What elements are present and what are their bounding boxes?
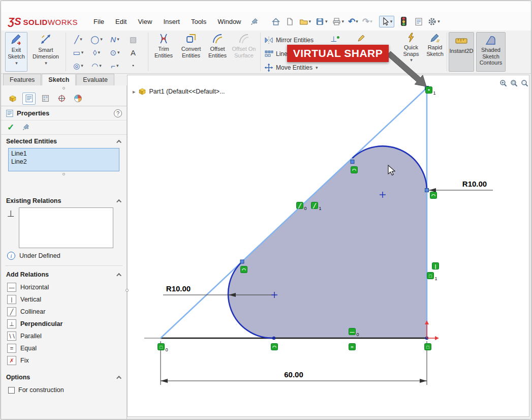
perimeter-circle-tool[interactable]: ⊙▾: [106, 46, 124, 59]
display-delete-relations-icon[interactable]: ⊥: [330, 35, 339, 44]
panel-splitter-handle[interactable]: [126, 289, 129, 292]
shaded-sketch-contours-button[interactable]: Shaded Sketch Contours: [476, 32, 506, 72]
move-entities-caret[interactable]: ▾: [316, 65, 318, 70]
menu-view[interactable]: View: [133, 16, 157, 27]
rapid-sketch-button[interactable]: Rapid Sketch: [424, 32, 446, 57]
relation-icon-vertical-relation[interactable]: |: [432, 263, 439, 269]
open-document-icon[interactable]: ▾: [297, 16, 313, 27]
tab-evaluate[interactable]: Evaluate: [76, 74, 114, 85]
offset-entities-button[interactable]: Offset Entities: [205, 33, 230, 58]
zoom-to-area-icon[interactable]: [510, 78, 518, 88]
exit-sketch-button[interactable]: Exit Sketch ▾: [5, 32, 27, 72]
smart-dimension-caret[interactable]: ▾: [45, 61, 47, 66]
list-item[interactable]: Line1: [11, 149, 116, 158]
undo-dropdown-caret[interactable]: ▾: [356, 19, 358, 24]
tab-features[interactable]: Features: [3, 74, 41, 85]
collapse-chevron-icon[interactable]: [116, 273, 121, 278]
gear-dropdown-caret[interactable]: ▾: [437, 19, 440, 24]
arc-tool[interactable]: ◠▾: [87, 59, 106, 72]
collapse-chevron-icon[interactable]: [116, 375, 121, 380]
add-relation-horizontal[interactable]: —Horizontal: [1, 281, 127, 293]
dimension-width[interactable]: 60.00: [161, 341, 427, 385]
convert-entities-button[interactable]: Convert Entities: [178, 33, 204, 58]
redo-icon[interactable]: ↷ ▾: [361, 16, 374, 27]
relation-icon-coincident-0[interactable]: □0: [158, 344, 168, 353]
quick-snaps-caret[interactable]: ▾: [410, 57, 413, 63]
ok-check-icon[interactable]: ✓: [7, 123, 14, 132]
list-item[interactable]: Line2: [11, 158, 116, 166]
menu-file[interactable]: File: [89, 16, 109, 27]
expand-arrow-icon[interactable]: ▸: [133, 88, 136, 95]
open-dropdown-caret[interactable]: ▾: [309, 19, 311, 24]
select-dropdown-caret[interactable]: ▾: [390, 19, 393, 24]
collapse-chevron-icon[interactable]: [116, 199, 121, 204]
save-dropdown-caret[interactable]: ▾: [325, 19, 328, 24]
relation-icon-coincident-corner[interactable]: □: [425, 344, 431, 350]
shaded-sketch-region[interactable]: [228, 146, 427, 338]
menu-window[interactable]: Window: [213, 16, 245, 27]
for-construction-checkbox[interactable]: [8, 387, 15, 394]
document-properties-icon[interactable]: [412, 16, 425, 27]
add-relation-parallel[interactable]: ∖∖Parallel: [1, 330, 127, 342]
mirror-entities-button[interactable]: Mirror Entities: [264, 35, 314, 46]
add-relation-perpendicular[interactable]: ⊥Perpendicular: [1, 318, 127, 330]
straight-slot-tool[interactable]: ◊▾: [87, 46, 106, 59]
move-entities-button[interactable]: Move Entities ▾: [264, 62, 318, 73]
panel-resize-handle[interactable]: [1, 85, 127, 91]
relation-icon-tangent-top[interactable]: ◠: [351, 167, 358, 173]
text-tool[interactable]: A: [124, 46, 142, 59]
trim-entities-button[interactable]: Trim Entities: [151, 33, 176, 58]
home-icon[interactable]: [269, 16, 283, 27]
slot-tool[interactable]: ◎▾: [69, 59, 87, 72]
save-icon[interactable]: ▾: [314, 16, 329, 27]
relation-icon-tangent-bottom[interactable]: ◠: [271, 344, 278, 350]
add-relation-equal[interactable]: =Equal: [1, 342, 127, 354]
add-relation-fix[interactable]: ✗Fix: [1, 354, 127, 367]
property-manager-tab-icon[interactable]: [22, 93, 36, 105]
selected-entities-list[interactable]: Line1 Line2: [8, 148, 119, 171]
print-icon[interactable]: ▾: [330, 16, 346, 27]
collapse-chevron-icon[interactable]: [116, 139, 121, 144]
menu-tools[interactable]: Tools: [186, 16, 211, 27]
graphics-viewport[interactable]: ▸ Part1 (Default<<Default>...: [127, 75, 529, 417]
menu-insert[interactable]: Insert: [159, 16, 184, 27]
zoom-in-icon[interactable]: [499, 78, 508, 88]
relation-icon-tangent-right[interactable]: ◠: [430, 192, 437, 199]
listbox-resize-handle[interactable]: [1, 171, 127, 177]
repair-sketch-icon[interactable]: [357, 34, 366, 45]
display-manager-tab-icon[interactable]: [71, 93, 84, 105]
relation-icon-coincident-1[interactable]: □1: [427, 273, 437, 282]
point-tool[interactable]: ▪: [124, 59, 142, 72]
traffic-light-icon[interactable]: [399, 16, 408, 27]
settings-gear-icon[interactable]: ▾: [426, 16, 442, 27]
instant2d-button[interactable]: Instant2D: [449, 32, 474, 72]
add-relation-vertical[interactable]: |Vertical: [1, 293, 127, 306]
undo-icon[interactable]: ↶ ▾: [347, 16, 360, 27]
smart-dimension-button[interactable]: Smart Dimension ▾: [30, 33, 61, 66]
menu-edit[interactable]: Edit: [111, 16, 131, 27]
zoom-to-fit-icon[interactable]: [521, 78, 529, 88]
sketch-canvas[interactable]: 60.00 R10.00 R10.00: [128, 75, 529, 417]
print-dropdown-caret[interactable]: ▾: [342, 19, 345, 24]
feature-tree-item-label[interactable]: Part1 (Default<<Default>...: [149, 88, 225, 95]
new-document-icon[interactable]: [284, 16, 296, 27]
rectangle-tool[interactable]: ▭▾: [69, 46, 87, 59]
tab-sketch[interactable]: Sketch: [42, 74, 76, 85]
relation-icon-tangent-left[interactable]: ◠: [241, 266, 247, 273]
existing-relations-list[interactable]: [19, 207, 113, 248]
spline-tool[interactable]: N▾: [106, 33, 124, 46]
configuration-manager-tab-icon[interactable]: [39, 93, 52, 105]
line-tool[interactable]: ╱▾: [69, 33, 87, 46]
quick-snaps-button[interactable]: Quick Snaps ▾: [400, 32, 422, 63]
add-relation-collinear[interactable]: ╱Collinear: [1, 306, 127, 318]
circle-tool[interactable]: ◯▾: [87, 33, 106, 46]
dimxpert-manager-tab-icon[interactable]: [55, 93, 68, 105]
help-icon[interactable]: ?: [114, 109, 122, 117]
relation-icon-equal-relation[interactable]: =: [349, 344, 356, 350]
dimension-radius-right[interactable]: R10.00: [429, 179, 493, 192]
select-tool-button[interactable]: ▾: [379, 16, 395, 27]
exit-sketch-caret[interactable]: ▾: [15, 61, 18, 66]
pin-menu-icon[interactable]: [249, 16, 260, 26]
keep-visible-pin-icon[interactable]: [22, 123, 30, 132]
feature-manager-tab-icon[interactable]: [6, 93, 19, 105]
